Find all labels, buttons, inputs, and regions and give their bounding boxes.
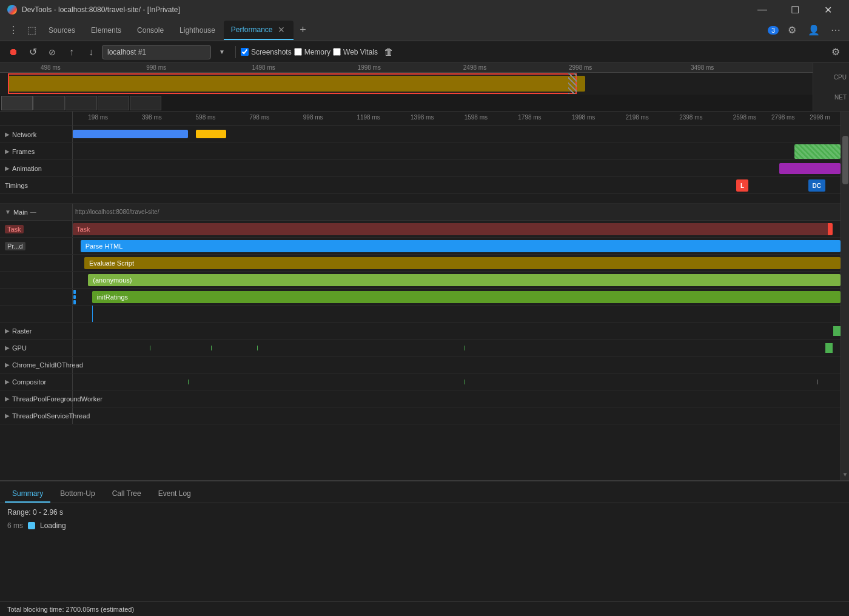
bottom-content: Range: 0 - 2.96 s 6 ms Loading [0,503,849,601]
frames-label-text: Frames [12,148,35,155]
compositor-track-label[interactable]: ▶ Compositor [0,373,73,390]
tab-summary[interactable]: Summary [5,486,50,503]
web-vitals-checkbox[interactable] [333,48,341,56]
eval-script-row: Evaluate Script [0,255,841,272]
record-button[interactable]: ⏺ [5,44,22,61]
network-track-label[interactable]: ▶ Network [0,126,73,142]
animation-track-label[interactable]: ▶ Animation [0,160,73,176]
tab-bottom-up[interactable]: Bottom-Up [53,486,102,503]
main-url: http://localhost:8080/travel-site/ [73,209,159,215]
minimize-button[interactable]: — [748,0,776,19]
overview-tick-1: 498 ms [41,64,61,71]
tab-sources-label: Sources [49,26,75,35]
animation-bar [779,163,841,174]
scroll-down-icon[interactable]: ▼ [842,471,848,478]
download-button[interactable]: ↓ [82,44,99,61]
gpu-label-text: GPU [12,344,27,352]
reload-record-button[interactable]: ↺ [24,44,41,61]
eval-script-bar: Evaluate Script [84,257,841,269]
settings-icon[interactable]: ⚙ [784,22,800,39]
devtools-menu-button[interactable]: ⋮ [5,22,22,39]
trash-button[interactable]: 🗑 [380,44,397,61]
tab-performance[interactable]: Performance ✕ [224,21,294,40]
threadpool-fg-track-label[interactable]: ▶ ThreadPoolForegroundWorker [0,390,73,407]
frames-track-label[interactable]: ▶ Frames [0,143,73,159]
tick-2998: 2998 m [810,114,830,121]
timings-track-row: Timings L DC [0,177,841,194]
gpu-track-content [73,340,841,356]
tab-console[interactable]: Console [130,21,171,40]
parse-html-label-col: Pr...d [0,238,73,254]
screenshots-checkbox-label[interactable]: Screenshots [241,48,292,56]
overview-tick-4: 1998 ms [358,64,381,71]
url-input[interactable] [102,45,211,59]
memory-checkbox-label[interactable]: Memory [294,48,331,56]
tab-performance-label: Performance [231,25,273,34]
extra-content-1 [73,306,841,322]
overview-tick-5: 2498 ms [463,64,486,71]
tick-598: 598 ms [196,114,216,121]
close-button[interactable]: ✕ [814,0,842,19]
gpu-expand-icon: ▶ [5,344,10,351]
raster-track-row: ▶ Raster [0,323,841,340]
tracks-container: 198 ms 398 ms 598 ms 798 ms 998 ms 1198 … [0,112,841,480]
comp-dot-3 [817,380,817,384]
tab-add-button[interactable]: + [295,22,312,39]
anonymous-row: (anonymous) [0,272,841,289]
frames-track-content [73,143,841,159]
range-text: Range: 0 - 2.96 s [7,508,842,517]
user-icon[interactable]: 👤 [805,22,822,39]
flame-indicator-3 [73,300,76,304]
gpu-track-row: ▶ GPU [0,340,841,357]
tab-call-tree[interactable]: Call Tree [105,486,149,503]
raster-expand-icon: ▶ [5,327,10,334]
main-expand-icon: ▼ [5,209,11,215]
main-url-separator: — [30,209,36,215]
clear-button[interactable]: ⊘ [44,44,61,61]
tab-event-log[interactable]: Event Log [151,486,198,503]
gpu-track-label[interactable]: ▶ GPU [0,340,73,356]
threadpool-fg-track-content [73,390,841,407]
raster-track-label[interactable]: ▶ Raster [0,323,73,339]
tab-sources[interactable]: Sources [41,21,82,40]
frames-expand-icon: ▶ [5,148,10,155]
extra-label-1 [0,306,73,322]
url-dropdown-icon[interactable]: ▼ [213,44,230,61]
detail-timeline: 198 ms 398 ms 598 ms 798 ms 998 ms 1198 … [0,112,849,480]
scrollbar-thumb[interactable] [842,136,848,184]
upload-button[interactable]: ↑ [63,44,80,61]
web-vitals-checkbox-label[interactable]: Web Vitals [333,48,378,56]
tick-1798: 1798 ms [518,114,541,121]
performance-settings-icon[interactable]: ⚙ [827,44,844,61]
child-io-track-label[interactable]: ▶ Chrome_ChildIOThread [0,357,73,373]
task-badge-1: Task [5,225,24,233]
maximize-button[interactable]: ☐ [781,0,809,19]
memory-label: Memory [304,48,331,56]
more-options-icon[interactable]: ⋯ [827,22,844,39]
titlebar-title: DevTools - localhost:8080/travel-site/ -… [22,5,743,14]
animation-expand-icon: ▶ [5,165,10,172]
main-track-label[interactable]: ▼ Main — [0,204,73,220]
raster-indicator [833,326,841,336]
tab-lighthouse-label: Lighthouse [180,26,215,35]
timeline-scrollbar[interactable]: ▼ [841,112,849,480]
tab-performance-close[interactable]: ✕ [277,25,286,35]
parse-html-content: Parse HTML [73,238,841,254]
tab-elements[interactable]: Elements [84,21,129,40]
threadpool-svc-track-label[interactable]: ▶ ThreadPoolServiceThread [0,407,73,424]
memory-checkbox[interactable] [294,48,302,56]
tab-lighthouse[interactable]: Lighthouse [172,21,223,40]
compositor-track-row: ▶ Compositor [0,373,841,390]
cpu-label: CPU [816,74,847,81]
timings-l-marker: L [736,179,748,192]
tick-2398: 2398 ms [679,114,702,121]
gpu-dot-1 [150,346,150,350]
timings-label-text: Timings [5,182,28,189]
main-area: 498 ms 998 ms 1498 ms 1998 ms 2498 ms 29… [0,63,849,616]
gpu-indicator [825,343,833,353]
raster-track-content [73,323,841,339]
dock-button[interactable]: ⬚ [23,22,40,39]
screenshots-checkbox[interactable] [241,48,249,56]
tabbar: ⋮ ⬚ Sources Elements Console Lighthouse … [0,19,849,41]
overview-canvas[interactable]: 498 ms 998 ms 1498 ms 1998 ms 2498 ms 29… [0,63,813,111]
